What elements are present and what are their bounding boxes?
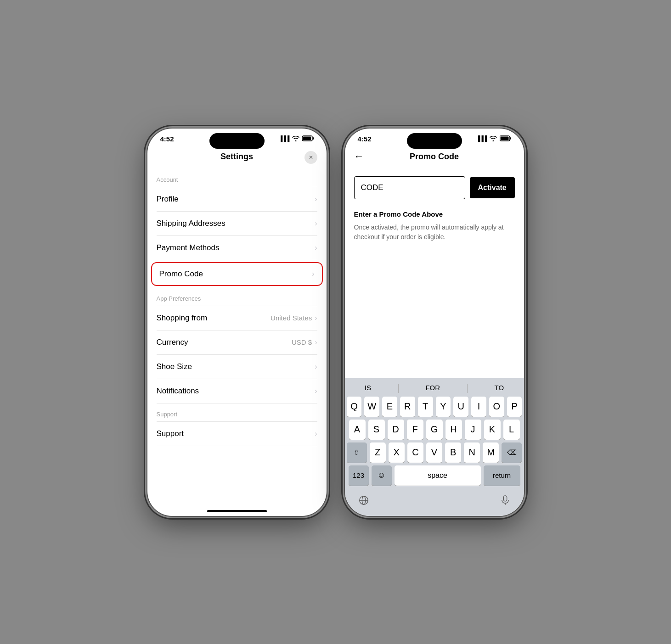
back-button[interactable]: ← bbox=[354, 151, 364, 162]
key-u[interactable]: U bbox=[453, 397, 468, 417]
battery-icon bbox=[302, 135, 314, 143]
emoji-key[interactable]: ☺ bbox=[372, 465, 392, 486]
spacer bbox=[345, 249, 524, 378]
delete-key[interactable]: ⌫ bbox=[502, 442, 522, 463]
keyboard[interactable]: IS FOR TO Q W E R T Y U I O P A S D F G … bbox=[345, 378, 524, 516]
key-q[interactable]: Q bbox=[347, 397, 362, 417]
notifications-row[interactable]: Notifications › bbox=[147, 379, 327, 403]
keyboard-row-2: A S D F G H J K L bbox=[347, 420, 522, 440]
phone-settings: 4:52 ▐▐▐ Settings ✕ Account Profile › bbox=[147, 129, 327, 516]
key-z[interactable]: Z bbox=[370, 442, 386, 463]
shoe-size-row[interactable]: Shoe Size › bbox=[147, 355, 327, 379]
status-icons-2: ▐▐▐ bbox=[476, 135, 511, 143]
suggestion-for[interactable]: FOR bbox=[425, 384, 440, 393]
currency-chevron: › bbox=[315, 338, 317, 347]
phone-promo: 4:52 ▐▐▐ ← Promo Code Activate Enter a P… bbox=[345, 129, 524, 516]
key-f[interactable]: F bbox=[407, 420, 423, 440]
key-l[interactable]: L bbox=[503, 420, 520, 440]
key-b[interactable]: B bbox=[445, 442, 461, 463]
key-e[interactable]: E bbox=[382, 397, 397, 417]
currency-value: USD $ bbox=[292, 338, 312, 346]
status-bar: 4:52 ▐▐▐ bbox=[147, 129, 327, 146]
key-g[interactable]: G bbox=[426, 420, 443, 440]
key-s[interactable]: S bbox=[368, 420, 385, 440]
suggestion-to[interactable]: TO bbox=[495, 384, 504, 393]
instruction-title: Enter a Promo Code Above bbox=[345, 207, 524, 221]
profile-row[interactable]: Profile › bbox=[147, 187, 327, 211]
signal-icon: ▐▐▐ bbox=[279, 135, 289, 142]
support-chevron: › bbox=[315, 430, 317, 438]
wifi-icon bbox=[292, 135, 299, 143]
currency-row[interactable]: Currency USD $ › bbox=[147, 330, 327, 354]
globe-key[interactable] bbox=[354, 490, 373, 510]
payment-right: › bbox=[315, 244, 317, 252]
svg-rect-2 bbox=[313, 137, 314, 140]
key-i[interactable]: I bbox=[471, 397, 486, 417]
support-section-label: Support bbox=[147, 403, 327, 421]
svg-rect-5 bbox=[510, 137, 511, 140]
currency-right: USD $ › bbox=[292, 338, 317, 347]
promo-page-title: Promo Code bbox=[354, 152, 515, 162]
key-k[interactable]: K bbox=[484, 420, 501, 440]
profile-right: › bbox=[315, 195, 317, 203]
shipping-row[interactable]: Shipping Addresses › bbox=[147, 212, 327, 235]
keyboard-row-3: ⇧ Z X C V B N M ⌫ bbox=[347, 442, 522, 463]
key-j[interactable]: J bbox=[465, 420, 481, 440]
payment-label: Payment Methods bbox=[157, 243, 220, 252]
key-h[interactable]: H bbox=[445, 420, 462, 440]
key-a[interactable]: A bbox=[349, 420, 366, 440]
shopping-right: United States › bbox=[271, 314, 317, 322]
svg-rect-4 bbox=[500, 136, 508, 140]
status-icons: ▐▐▐ bbox=[279, 135, 314, 143]
divider bbox=[157, 446, 317, 446]
key-y[interactable]: Y bbox=[436, 397, 451, 417]
profile-chevron: › bbox=[315, 195, 317, 203]
key-r[interactable]: R bbox=[400, 397, 415, 417]
suggestion-is[interactable]: IS bbox=[365, 384, 371, 393]
key-m[interactable]: M bbox=[483, 442, 499, 463]
home-bar bbox=[207, 510, 267, 512]
payment-chevron: › bbox=[315, 244, 317, 252]
currency-label: Currency bbox=[157, 338, 188, 347]
activate-button[interactable]: Activate bbox=[470, 177, 515, 198]
key-c[interactable]: C bbox=[407, 442, 423, 463]
shopping-value: United States bbox=[271, 314, 312, 322]
shoe-size-chevron: › bbox=[315, 363, 317, 371]
support-right: › bbox=[315, 430, 317, 438]
shopping-label: Shopping from bbox=[157, 314, 208, 323]
keyboard-bottom-row: 123 ☺ space return bbox=[347, 465, 522, 486]
wifi-icon-2 bbox=[490, 135, 497, 143]
settings-header: Settings ✕ bbox=[147, 146, 327, 169]
key-t[interactable]: T bbox=[418, 397, 433, 417]
settings-content: Account Profile › Shipping Addresses › P… bbox=[147, 169, 327, 500]
battery-icon-2 bbox=[500, 135, 511, 143]
promo-code-input[interactable] bbox=[354, 176, 465, 199]
settings-title: Settings bbox=[220, 152, 253, 162]
svg-rect-1 bbox=[303, 136, 311, 140]
shoe-size-label: Shoe Size bbox=[157, 362, 192, 371]
promo-header: ← Promo Code bbox=[345, 146, 524, 169]
time-label: 4:52 bbox=[160, 135, 174, 143]
instruction-body: Once activated, the promo will automatic… bbox=[345, 221, 524, 249]
key-p[interactable]: P bbox=[507, 397, 522, 417]
keyboard-row-1: Q W E R T Y U I O P bbox=[347, 397, 522, 417]
shoe-size-right: › bbox=[315, 363, 317, 371]
promo-row[interactable]: Promo Code › bbox=[151, 262, 323, 286]
mic-key[interactable] bbox=[496, 490, 515, 510]
space-key[interactable]: space bbox=[395, 465, 481, 486]
support-row[interactable]: Support › bbox=[147, 422, 327, 446]
key-x[interactable]: X bbox=[389, 442, 405, 463]
svg-rect-9 bbox=[503, 495, 507, 501]
payment-row[interactable]: Payment Methods › bbox=[147, 236, 327, 260]
numbers-key[interactable]: 123 bbox=[349, 465, 369, 486]
key-o[interactable]: O bbox=[489, 397, 504, 417]
close-button[interactable]: ✕ bbox=[304, 151, 317, 164]
shopping-row[interactable]: Shopping from United States › bbox=[147, 306, 327, 330]
shift-key[interactable]: ⇧ bbox=[347, 442, 367, 463]
return-key[interactable]: return bbox=[484, 465, 520, 486]
key-w[interactable]: W bbox=[364, 397, 379, 417]
promo-right: › bbox=[312, 270, 314, 278]
key-n[interactable]: N bbox=[464, 442, 480, 463]
key-v[interactable]: V bbox=[426, 442, 442, 463]
key-d[interactable]: D bbox=[388, 420, 404, 440]
